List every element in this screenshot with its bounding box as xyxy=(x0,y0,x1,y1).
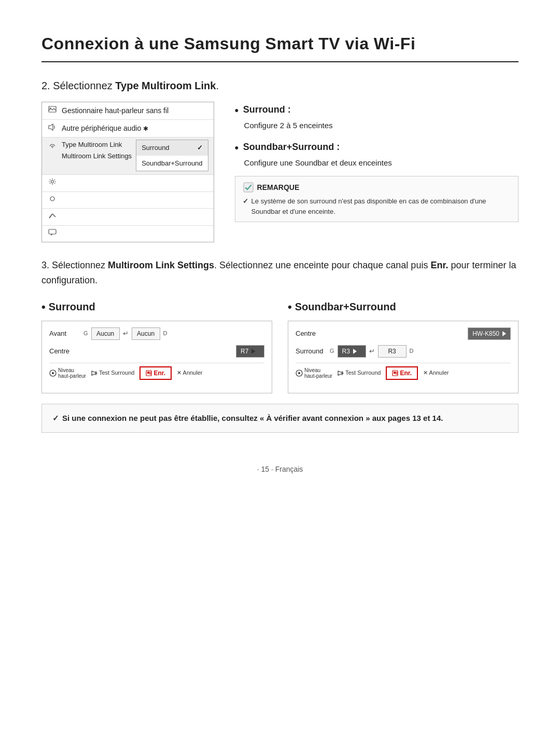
svg-rect-17 xyxy=(147,372,149,374)
note-text: Le système de son surround n'est pas dis… xyxy=(243,196,511,216)
svg-rect-26 xyxy=(394,372,396,374)
step2-header: 2. Sélectionnez Type Multiroom Link. xyxy=(41,78,519,93)
avant-d-dropdown[interactable]: Aucun xyxy=(132,327,160,340)
surround-g-dropdown[interactable]: R3 xyxy=(338,345,366,358)
menu-item-chat[interactable] xyxy=(42,226,214,242)
svg-point-4 xyxy=(51,181,54,183)
bullet-soundbar: • Soundbar+Surround : Configure une Soun… xyxy=(235,139,519,169)
soundbar-enr-button[interactable]: Enr. xyxy=(386,366,418,380)
soundbar-panel: Centre HW-K850 Surround G R3 ↵ R3 D xyxy=(288,321,519,393)
centre-dropdown[interactable]: R7 xyxy=(236,345,264,358)
svg-point-13 xyxy=(52,372,54,374)
avant-row: Avant G Aucun ↵ Aucun D xyxy=(49,327,264,340)
avant-arrow-icon: ↵ xyxy=(123,328,129,339)
image-icon xyxy=(47,106,58,116)
soundbar-niveau-label: Niveauhaut-parleur xyxy=(296,367,332,379)
circle-icon xyxy=(47,195,58,206)
menu-item-circle[interactable] xyxy=(42,192,214,209)
bullets-section: • Surround : Configure 2 à 5 enceintes •… xyxy=(235,102,519,222)
step-3: 3. Sélectionnez Multiroom Link Settings.… xyxy=(41,258,519,433)
avant-g-dropdown[interactable]: Aucun xyxy=(91,327,120,340)
page-title: Connexion à une Samsung Smart TV via Wi-… xyxy=(41,31,519,62)
svg-point-3 xyxy=(52,147,53,148)
surround-section: • Surround Avant G Aucun ↵ Aucun D Centr… xyxy=(41,298,272,393)
menu-item-autre[interactable]: Autre périphérique audio ✱ xyxy=(42,120,214,138)
final-note-text: Si une connexion ne peut pas être établl… xyxy=(52,413,508,425)
sound-icon xyxy=(47,124,58,134)
step-2: 2. Sélectionnez Type Multiroom Link. Ges… xyxy=(41,78,519,242)
surround-section-title: • Surround xyxy=(41,298,272,316)
note-title: REMARQUE xyxy=(243,182,511,193)
svg-line-7 xyxy=(52,214,55,217)
final-note: Si une connexion ne peut pas être établl… xyxy=(41,404,519,433)
soundbar-test-surround-label[interactable]: Test Surround xyxy=(338,368,381,377)
note-icon xyxy=(243,182,254,193)
page-footer: · 15 · Français xyxy=(41,464,519,475)
tools-icon xyxy=(47,212,58,222)
test-surround-label[interactable]: Test Surround xyxy=(91,368,134,377)
menu-item-tools[interactable] xyxy=(42,209,214,226)
type-multiroom-label: Type Multiroom Link xyxy=(62,140,132,150)
svg-marker-2 xyxy=(49,124,53,130)
centre-hw-dropdown[interactable]: HW-K850 xyxy=(468,327,511,340)
surround-d-dropdown[interactable]: R3 xyxy=(378,345,407,358)
menu-item-settings[interactable] xyxy=(42,175,214,192)
menu-panel: Gestionnaire haut-parleur sans fil Autre… xyxy=(41,102,214,242)
menu-item-gestionnaire[interactable]: Gestionnaire haut-parleur sans fil xyxy=(42,102,214,120)
svg-point-1 xyxy=(50,107,51,108)
soundbar-surround-section: • Soundbar+Surround Centre HW-K850 Surro… xyxy=(288,298,519,393)
enr-button[interactable]: Enr. xyxy=(139,366,172,380)
svg-point-22 xyxy=(298,372,300,374)
menu-item-type[interactable]: Type Multiroom Link Multiroom Link Setti… xyxy=(42,138,214,175)
svg-line-8 xyxy=(49,216,51,218)
multiroom-link-settings-label: Multiroom Link Settings xyxy=(62,151,132,161)
submenu-soundbar[interactable]: Soundbar+Surround xyxy=(136,156,207,171)
soundbar-annuler-label[interactable]: ✕ Annuler xyxy=(423,368,449,377)
annuler-label[interactable]: ✕ Annuler xyxy=(177,368,202,377)
centre-row: Centre R7 xyxy=(49,345,264,358)
svg-rect-9 xyxy=(49,229,56,234)
surround-panels: • Surround Avant G Aucun ↵ Aucun D Centr… xyxy=(41,298,519,393)
soundbar-surround-title: • Soundbar+Surround xyxy=(288,298,519,316)
niveau-label: Niveauhaut-parleur xyxy=(49,367,86,379)
soundbar-surround-row: Surround G R3 ↵ R3 D xyxy=(296,345,511,358)
surround-panel-footer: Niveauhaut-parleur Test Surround Enr. ✕ … xyxy=(49,363,264,380)
chat-icon xyxy=(47,229,58,239)
wireless-icon xyxy=(47,141,58,151)
surround-panel: Avant G Aucun ↵ Aucun D Centre R7 xyxy=(41,321,272,393)
autre-label: Autre périphérique audio ✱ xyxy=(62,123,208,134)
submenu-box: Surround ✓ Soundbar+Surround xyxy=(136,140,208,171)
soundbar-centre-row: Centre HW-K850 xyxy=(296,327,511,340)
gestionnaire-label: Gestionnaire haut-parleur sans fil xyxy=(62,105,208,116)
settings-icon xyxy=(47,178,58,188)
bullet-surround: • Surround : Configure 2 à 5 enceintes xyxy=(235,102,519,132)
svg-point-5 xyxy=(50,197,54,201)
step3-header: 3. Sélectionnez Multiroom Link Settings.… xyxy=(41,258,519,288)
step2-content: Gestionnaire haut-parleur sans fil Autre… xyxy=(41,102,519,242)
soundbar-panel-footer: Niveauhaut-parleur Test Surround Enr. ✕ … xyxy=(296,363,511,380)
note-box: REMARQUE Le système de son surround n'es… xyxy=(235,176,519,222)
submenu-surround[interactable]: Surround ✓ xyxy=(136,140,207,156)
surround-arrow-icon: ↵ xyxy=(369,346,375,357)
